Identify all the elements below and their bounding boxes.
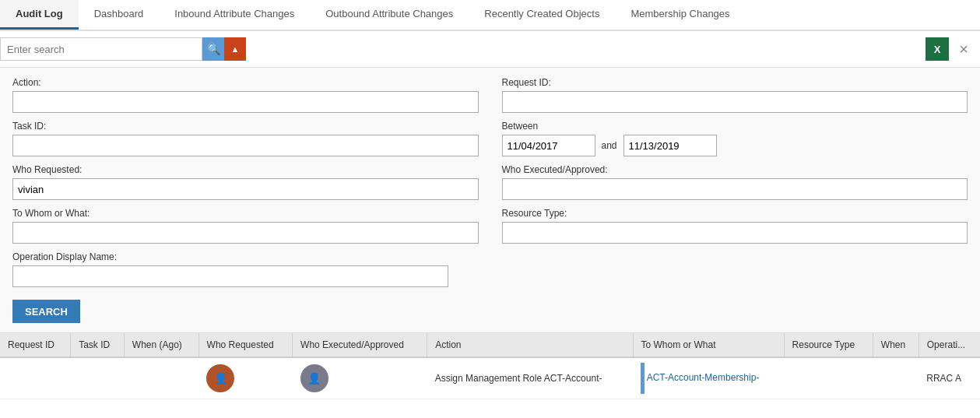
avatar-who-requested: 👤 [206, 364, 234, 392]
search-input-wrap: 🔍 ▲ [0, 37, 246, 61]
between-inputs: and [502, 135, 968, 156]
resource-type-label: Resource Type: [502, 208, 968, 219]
task-id-label: Task ID: [12, 121, 479, 132]
who-requested-input[interactable] [12, 178, 479, 200]
tab-outbound-attr[interactable]: Outbound Attribute Changes [310, 0, 469, 30]
between-end-input[interactable] [623, 135, 717, 156]
results-table-container: Request ID Task ID When (Ago) Who Reques… [0, 333, 980, 399]
request-id-label: Request ID: [502, 77, 968, 88]
who-requested-filter-group: Who Requested: [12, 164, 479, 200]
between-start-input[interactable] [502, 135, 595, 156]
results-table: Request ID Task ID When (Ago) Who Reques… [0, 333, 980, 399]
cell-action: Assign Management Role ACT-Account- [427, 357, 633, 399]
cell-request-id [0, 357, 71, 399]
who-executed-input[interactable] [502, 178, 968, 200]
col-action: Action [427, 333, 633, 357]
cell-to-whom: ACT-Account-Membership- [633, 357, 784, 399]
tab-dashboard[interactable]: Dashboard [79, 0, 160, 30]
who-executed-label: Who Executed/Approved: [502, 164, 968, 175]
filter-row-4: To Whom or What: Resource Type: [12, 208, 968, 244]
action-filter-group: Action: [12, 77, 479, 113]
table-row: 👤 👤 Assign Management Role ACT-Account- … [0, 357, 980, 399]
col-who-requested: Who Requested [198, 333, 293, 357]
cell-who-requested: 👤 [198, 357, 293, 399]
search-btn-row: SEARCH [12, 295, 968, 323]
export-excel-button[interactable]: X [926, 37, 949, 61]
table-body: 👤 👤 Assign Management Role ACT-Account- … [0, 357, 980, 399]
search-button[interactable]: 🔍 [202, 37, 224, 61]
tab-recently-created[interactable]: Recently Created Objects [469, 0, 615, 30]
cell-when [873, 357, 919, 399]
request-id-filter-group: Request ID: [502, 77, 968, 113]
request-id-input[interactable] [502, 91, 968, 113]
cell-task-id [71, 357, 125, 399]
col-task-id: Task ID [71, 333, 125, 357]
col-resource-type: Resource Type [784, 333, 873, 357]
col-request-id: Request ID [0, 333, 71, 357]
tab-membership-changes[interactable]: Membership Changes [615, 0, 745, 30]
avatar-who-executed: 👤 [300, 364, 328, 392]
col-to-whom: To Whom or What [633, 333, 784, 357]
filter-icon: ▲ [231, 44, 240, 54]
to-whom-input[interactable] [12, 222, 479, 244]
operation-display-input[interactable] [12, 265, 448, 287]
tab-audit-log[interactable]: Audit Log [0, 0, 79, 30]
search-input[interactable] [0, 37, 202, 61]
who-executed-filter-group: Who Executed/Approved: [502, 164, 968, 200]
search-bar-row: 🔍 ▲ X × [0, 31, 980, 68]
operation-display-filter-group: Operation Display Name: [12, 251, 968, 287]
filter-row-3: Who Requested: Who Executed/Approved: [12, 164, 968, 200]
tab-bar: Audit Log Dashboard Inbound Attribute Ch… [0, 0, 980, 31]
and-label: and [602, 140, 617, 151]
resource-type-input[interactable] [502, 222, 968, 244]
action-input[interactable] [12, 91, 479, 113]
close-button[interactable]: × [952, 37, 975, 61]
filter-row-5: Operation Display Name: [12, 251, 968, 287]
to-whom-label: To Whom or What: [12, 208, 479, 219]
right-icons: X × [926, 37, 980, 61]
blue-bar-indicator [641, 363, 645, 394]
col-when-ago: When (Ago) [124, 333, 198, 357]
col-who-executed: Who Executed/Approved [293, 333, 427, 357]
filter-toggle-button[interactable]: ▲ [224, 37, 246, 61]
cell-operation: RRAC A [919, 357, 980, 399]
task-id-filter-group: Task ID: [12, 121, 479, 156]
col-when: When [873, 333, 919, 357]
task-id-input[interactable] [12, 135, 479, 156]
resource-type-filter-group: Resource Type: [502, 208, 968, 244]
filter-panel: Action: Request ID: Task ID: Between and… [0, 68, 980, 333]
cell-who-executed: 👤 [293, 357, 427, 399]
search-icon: 🔍 [207, 43, 220, 55]
col-operation: Operati... [919, 333, 980, 357]
to-whom-link[interactable]: ACT-Account-Membership- [647, 372, 760, 383]
between-filter-group: Between and [502, 121, 968, 156]
action-label: Action: [12, 77, 479, 88]
cell-when-ago [124, 357, 198, 399]
operation-display-label: Operation Display Name: [12, 251, 968, 262]
search-action-button[interactable]: SEARCH [12, 300, 80, 323]
cell-resource-type [784, 357, 873, 399]
between-label: Between [502, 121, 968, 132]
excel-icon: X [934, 44, 941, 55]
who-requested-label: Who Requested: [12, 164, 479, 175]
filter-row-1: Action: Request ID: [12, 77, 968, 113]
to-whom-filter-group: To Whom or What: [12, 208, 479, 244]
table-header: Request ID Task ID When (Ago) Who Reques… [0, 333, 980, 357]
tab-inbound-attr[interactable]: Inbound Attribute Changes [159, 0, 310, 30]
close-icon: × [959, 40, 968, 58]
filter-row-2: Task ID: Between and [12, 121, 968, 156]
